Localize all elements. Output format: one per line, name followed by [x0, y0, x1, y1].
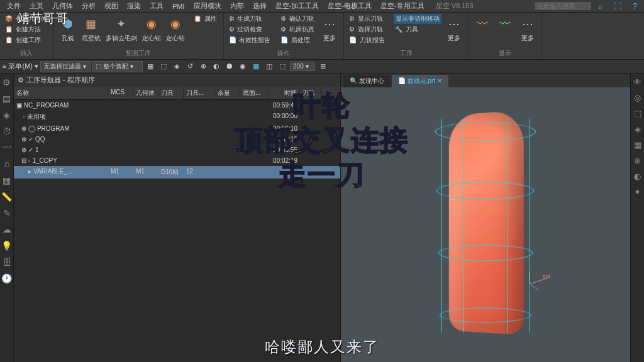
tb7[interactable]: ⬢ — [224, 62, 235, 72]
menu-internal[interactable]: 内部 — [226, 1, 248, 11]
tb10[interactable]: ◫ — [264, 62, 275, 72]
noncut-badge[interactable]: 显示非切削移动 — [394, 14, 441, 24]
table-row[interactable]: ⊕ ✓ QQ00:00:19 — [14, 134, 340, 145]
tb3[interactable]: ◈ — [171, 62, 182, 72]
tb6[interactable]: ◐ — [211, 62, 222, 72]
left-sidebar: ⚙ ▤ ◈ ⏱ 〰 ⎌ ▦ 📏 ✎ ☁ 💡 🗄 🕐 — [0, 74, 14, 362]
clock-icon[interactable]: 🕐 — [1, 273, 12, 283]
r4[interactable]: ◈ — [635, 124, 641, 134]
tb11[interactable]: ⬚ — [277, 62, 288, 72]
tp-report-button[interactable]: 📄 刀轨报告 — [348, 35, 387, 45]
expand-icon[interactable]: ⛶ — [609, 2, 626, 11]
tb12[interactable]: ⊞ — [317, 62, 328, 72]
deburr-button[interactable]: ✦多轴去毛刺 — [104, 14, 138, 44]
sim-button[interactable]: ⚙ 机床仿真 — [279, 25, 317, 35]
history-icon[interactable]: ⏱ — [3, 126, 11, 136]
search-icon[interactable]: ⌕ — [594, 2, 607, 11]
menu-file[interactable]: 文件 — [3, 1, 25, 11]
gear-icon[interactable]: ⚙ — [18, 76, 24, 84]
r8[interactable]: ✦ — [634, 187, 641, 197]
search-input[interactable] — [535, 2, 591, 10]
table-row[interactable]: ⊕ ✓ 100:00:55 — [14, 145, 340, 155]
menu-tools[interactable]: 工具 — [145, 1, 168, 11]
tb9[interactable]: ▦ — [250, 62, 262, 72]
report-button[interactable]: 📄 有效性报告 — [228, 35, 274, 45]
layer-icon[interactable]: ▦ — [3, 175, 11, 185]
menu-sk3[interactable]: 星空-常用工具 — [376, 1, 429, 11]
more-ops-button[interactable]: ⋯更多 — [319, 14, 340, 45]
attr-button[interactable]: 📋 属性 — [192, 14, 219, 24]
menu-analysis[interactable]: 分析 — [77, 1, 100, 11]
right-sidebar: 👁 ◎ ⬚ ◈ ▦ ⊕ ◐ ✦ — [630, 74, 644, 362]
show-tp-button[interactable]: ⚙ 显示刀轨 — [348, 14, 387, 24]
gen-toolpath-button[interactable]: ⚙ 生成刀轨 — [228, 14, 274, 24]
ribbon-group-display: 显示 — [472, 48, 538, 58]
operation-navigator: ⚙工序导航器 - 程序顺序 名称MCS 几何体刀具 刀具...余量 底面...时… — [14, 74, 341, 362]
menu-home[interactable]: 主页 — [25, 1, 48, 11]
nav-icon[interactable]: ▤ — [3, 94, 11, 104]
menu-pmi[interactable]: PMI — [168, 3, 189, 10]
table-row[interactable]: ▸ VARIABLE_...M1M1D10精12 — [14, 166, 340, 178]
menu-render[interactable]: 渲染 — [123, 1, 145, 11]
menu-view[interactable]: 视图 — [100, 1, 123, 11]
table-row[interactable]: ⊟ ▫ 1_COPY00:02:19 — [14, 155, 340, 166]
version-label: 星空 V8.103 — [431, 1, 478, 11]
curve-icon[interactable]: 〰 — [3, 143, 11, 153]
db-icon[interactable]: 🗄 — [3, 257, 11, 267]
more-g4-button[interactable]: ⋯更多 — [444, 14, 464, 45]
part-icon[interactable]: ◈ — [3, 110, 10, 120]
r6[interactable]: ⊕ — [634, 156, 641, 165]
zoom-input[interactable]: 200 ▾ — [290, 62, 315, 71]
gear-icon[interactable]: ⚙ — [3, 77, 11, 87]
menu-dropdown[interactable]: ≡ 菜单(M) ▾ — [3, 62, 38, 71]
viewport[interactable]: 🔍 发现中心 📄 曲线点.prt ✕ XM — [341, 74, 630, 362]
nav-title: 工序导航器 - 程序顺序 — [26, 75, 95, 85]
model-3d[interactable] — [432, 106, 539, 339]
tree-icon[interactable]: ⎌ — [4, 159, 9, 169]
ribbon-group-op: 工序 — [348, 48, 464, 58]
create-op-button[interactable]: 📋 创建工序 — [4, 35, 50, 45]
r5[interactable]: ▦ — [634, 140, 641, 150]
centerdrill1-button[interactable]: ◉定心钻 — [141, 14, 162, 44]
tb1[interactable]: ▦ — [145, 62, 156, 72]
r3[interactable]: ⬚ — [634, 109, 641, 118]
subtitle: 哈喽鄙人又来了 — [265, 337, 379, 357]
r7[interactable]: ◐ — [634, 172, 641, 181]
verify-button[interactable]: ⚙ 确认刀轨 — [279, 14, 317, 24]
menu-select[interactable]: 选择 — [248, 1, 271, 11]
tool-button[interactable]: 🔧 刀具 — [394, 25, 441, 35]
tb2[interactable]: ⬚ — [158, 62, 169, 72]
more-g5-button[interactable]: ⋯更多 — [518, 14, 538, 44]
measure-icon[interactable]: 📏 — [1, 192, 12, 202]
tb8[interactable]: ◉ — [237, 62, 248, 72]
centerdrill2-button[interactable]: ◉定心钻 — [165, 14, 186, 44]
table-row[interactable]: ▫ 未用项00:00:00 — [14, 111, 340, 123]
tb4[interactable]: ↺ — [184, 62, 196, 72]
table-header: 名称MCS 几何体刀具 刀具...余量 底面...时间 刀轨 — [14, 87, 340, 100]
select-tp-button[interactable]: ⚙ 选择刀轨 — [348, 25, 387, 35]
tb5[interactable]: ⊕ — [197, 62, 209, 72]
light-icon[interactable]: 💡 — [1, 241, 12, 251]
table-row[interactable]: ⊕ ◯ PROGRAM00:56:10 — [14, 123, 340, 134]
cloud-icon[interactable]: ☁ — [3, 224, 11, 234]
eye-icon[interactable]: 👁 — [633, 77, 641, 87]
display-btn2[interactable]: 〰 — [495, 14, 515, 44]
target-icon[interactable]: ◎ — [634, 93, 641, 102]
tab-discover[interactable]: 🔍 发现中心 — [343, 75, 391, 87]
display-btn1[interactable]: 〰 — [472, 14, 492, 44]
help-icon[interactable]: ? — [628, 2, 641, 11]
post-button[interactable]: 📄 后处理 — [279, 35, 317, 45]
menu-bar: 文件 主页 几何体 分析 视图 渲染 工具 PMI 应用模块 内部 选择 星空-… — [0, 0, 644, 13]
menu-app[interactable]: 应用模块 — [189, 1, 226, 11]
gouge-button[interactable]: ⚙ 过切检查 — [228, 25, 274, 35]
asm-select[interactable]: ⬚ 整个装配 ▾ — [92, 61, 143, 72]
menu-geom[interactable]: 几何体 — [48, 1, 77, 11]
table-row[interactable]: ▣ NC_PROGRAM00:59:42 — [14, 100, 340, 111]
floorwall-button[interactable]: ▦底壁铣 — [80, 14, 102, 44]
sketch-icon[interactable]: ✎ — [3, 208, 11, 218]
tab-part[interactable]: 📄 曲线点.prt ✕ — [392, 75, 448, 87]
filter-select[interactable]: 无选择过滤器 ▾ — [40, 61, 91, 72]
menu-sk2[interactable]: 星空-电极工具 — [323, 1, 376, 11]
ribbon-group-insert: 插入 — [4, 48, 50, 58]
menu-sk1[interactable]: 星空-加工工具 — [271, 1, 324, 11]
